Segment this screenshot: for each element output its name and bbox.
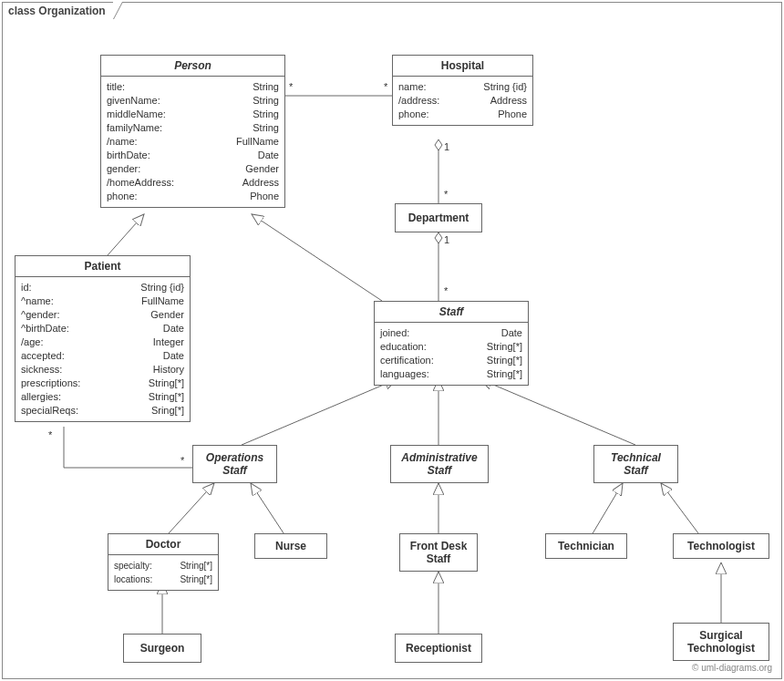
svg-line-4 <box>252 214 382 301</box>
class-patient-body: id:String {id}^name:FullName^gender:Gend… <box>15 277 190 421</box>
class-surgical-technologist: Surgical Technologist <box>673 623 769 661</box>
class-receptionist: Receptionist <box>395 634 482 663</box>
class-staff: Staff joined:Dateeducation:String[*]cert… <box>374 301 529 386</box>
class-person-title: Person <box>101 56 284 77</box>
mult-patient-ops-patient: * <box>48 429 52 440</box>
frame-title: class Organization <box>2 2 114 19</box>
class-hospital-title: Hospital <box>393 56 532 77</box>
svg-line-3 <box>108 214 144 255</box>
class-department: Department <box>395 203 482 232</box>
package-frame: class Organization <box>2 2 782 679</box>
class-person: Person title:StringgivenName:Stringmiddl… <box>100 55 285 208</box>
class-staff-body: joined:Dateeducation:String[*]certificat… <box>375 323 528 385</box>
mult-dept-staff-1: 1 <box>444 234 449 245</box>
class-administrative-staff: Administrative Staff <box>390 445 489 483</box>
class-person-body: title:StringgivenName:StringmiddleName:S… <box>101 77 284 207</box>
class-staff-title: Staff <box>375 302 528 323</box>
class-technologist: Technologist <box>673 533 769 559</box>
mult-hospital-dept-star: * <box>444 189 448 200</box>
class-front-desk-staff: Front Desk Staff <box>399 533 478 572</box>
class-doctor: Doctor specialty:String[*]locations:Stri… <box>108 533 219 591</box>
svg-line-5 <box>242 379 397 445</box>
class-patient: Patient id:String {id}^name:FullName^gen… <box>15 255 191 422</box>
mult-person-hospital-left: * <box>289 81 293 92</box>
class-hospital-body: name:String {id}/address:Addressphone:Ph… <box>393 77 532 125</box>
svg-line-8 <box>169 483 214 533</box>
class-doctor-title: Doctor <box>108 534 218 555</box>
class-technical-staff: Technical Staff <box>593 445 678 483</box>
mult-person-hospital-right: * <box>384 81 387 92</box>
class-surgeon: Surgeon <box>123 634 201 663</box>
watermark: © uml-diagrams.org <box>692 663 772 673</box>
mult-patient-ops-ops: * <box>181 455 184 466</box>
class-nurse: Nurse <box>254 533 327 559</box>
class-doctor-body: specialty:String[*]locations:String[*] <box>108 555 218 590</box>
class-hospital: Hospital name:String {id}/address:Addres… <box>392 55 533 126</box>
svg-line-7 <box>480 379 635 445</box>
class-patient-title: Patient <box>15 256 190 277</box>
class-operations-staff: Operations Staff <box>192 445 277 483</box>
class-technician: Technician <box>545 533 627 559</box>
mult-hospital-dept-1: 1 <box>444 141 449 152</box>
mult-dept-staff-star: * <box>444 285 448 296</box>
